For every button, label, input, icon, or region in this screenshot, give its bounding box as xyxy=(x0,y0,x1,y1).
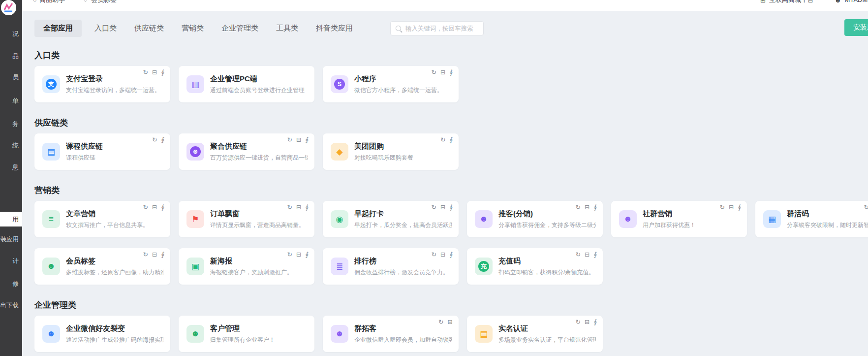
refresh-icon[interactable]: ↻ xyxy=(287,203,292,211)
print-icon[interactable]: ⊟ xyxy=(152,251,157,258)
app-card[interactable]: ☻企业微信好友裂变通过活动推广生成带推广码的海报实现... xyxy=(34,316,170,352)
app-card[interactable]: ↻⊟∮⚑订单飘窗详情页显示飘窗，营造商品高销量。 xyxy=(179,201,314,237)
refresh-icon[interactable]: ↻ xyxy=(438,318,443,325)
sidebar-item-3[interactable]: 单 xyxy=(12,97,19,105)
app-card[interactable]: ↻⊟∮☻会员标签多维度标签，还原客户画像，助力精准... xyxy=(34,248,170,285)
sidebar-item-1[interactable]: 品 xyxy=(12,52,19,61)
refresh-icon[interactable]: ↻ xyxy=(143,203,148,211)
refresh-icon[interactable]: ↻ xyxy=(576,318,581,325)
user-menu[interactable]: ☻ MTADMIN(系统 xyxy=(835,0,868,4)
link-icon[interactable]: ∮ xyxy=(161,136,164,143)
filter-tab-2[interactable]: 供应链类 xyxy=(134,24,164,33)
app-card[interactable]: ↻⊟∮☻社群营销用户加群获得优惠！ xyxy=(611,201,747,237)
sidebar-item-11[interactable]: 出下载 xyxy=(0,301,19,310)
app-card[interactable]: ↻⊟∮充充值码扫码立即锁客，获得积分/余额充值。 xyxy=(467,248,603,285)
link-icon[interactable]: ∮ xyxy=(305,203,309,211)
link-icon[interactable]: ∮ xyxy=(161,251,164,258)
install-app-button[interactable]: 安装应用 xyxy=(844,19,868,36)
app-card[interactable]: ↻∮◆美团团购对接吃喝玩乐团购套餐 xyxy=(323,133,459,170)
card-text: 小程序微信官方小程序，多端统一运营。 xyxy=(354,74,452,95)
filter-tab-0[interactable]: 全部应用 xyxy=(34,20,82,37)
filter-tab-5[interactable]: 工具类 xyxy=(276,24,298,33)
app-card[interactable]: ↻⊟∮◉早起打卡早起打卡，瓜分奖金，提高会员活跃度。 xyxy=(323,201,459,237)
refresh-icon[interactable]: ↻ xyxy=(576,251,581,258)
app-card[interactable]: ↻⊟∮支支付宝登录支付宝端登录访问，多端统一运营。 xyxy=(34,66,170,102)
print-icon[interactable]: ⊟ xyxy=(296,136,301,143)
link-icon[interactable]: ∮ xyxy=(593,203,597,211)
print-icon[interactable]: ⊟ xyxy=(729,203,734,211)
print-icon[interactable]: ⊟ xyxy=(152,203,157,211)
link-icon[interactable]: ∮ xyxy=(449,251,453,258)
app-card[interactable]: ↻∮▤课程供应链课程供应链 xyxy=(34,133,170,170)
link-icon[interactable]: ∮ xyxy=(593,251,597,258)
refresh-icon[interactable]: ↻ xyxy=(143,251,148,258)
filter-tab-3[interactable]: 营销类 xyxy=(182,24,204,33)
window-tab-0[interactable]: ○商品助手 xyxy=(33,0,65,4)
app-card[interactable]: ↻⊟∮⊛聚合供应链百万货源供应一键进货，自营商品一键... xyxy=(179,133,314,170)
print-icon[interactable]: ⊟ xyxy=(152,68,157,76)
app-card[interactable]: ↻⊟∮▦群活码分享锁客突破限制，随时更新智能切 xyxy=(755,201,868,237)
print-icon[interactable]: ⊟ xyxy=(296,203,301,211)
link-icon[interactable]: ∮ xyxy=(161,203,164,211)
icon-glyph: ☻ xyxy=(47,261,56,271)
link-icon[interactable]: ∮ xyxy=(449,68,453,76)
app-section: 供应链类↻∮▤课程供应链课程供应链↻⊟∮⊛聚合供应链百万货源供应一键进货，自营商… xyxy=(34,117,868,170)
sidebar-item-0[interactable]: 况 xyxy=(12,30,19,38)
link-icon[interactable]: ∮ xyxy=(305,136,309,143)
print-icon[interactable]: ⊟ xyxy=(585,251,589,258)
app-card[interactable]: ☻客户管理归集管理所有企业客户！ xyxy=(179,316,314,352)
sidebar-item-2[interactable]: 员 xyxy=(12,73,19,82)
filter-tab-1[interactable]: 入口类 xyxy=(94,24,117,33)
refresh-icon[interactable]: ↻ xyxy=(287,251,292,258)
platform-switcher[interactable]: ⊞ 互联网商城平台 xyxy=(760,0,814,4)
card-grid: ☻企业微信好友裂变通过活动推广生成带推广码的海报实现...☻客户管理归集管理所有… xyxy=(34,316,868,352)
app-card[interactable]: ↻⊟∮☻推客(分销)分享销售获得佣金，支持多等级二级分... xyxy=(467,201,603,237)
print-icon[interactable]: ⊟ xyxy=(585,203,589,211)
sidebar-item-6[interactable]: 息 xyxy=(12,163,19,172)
grid-icon: ⊞ xyxy=(760,0,766,4)
refresh-icon[interactable]: ↻ xyxy=(440,136,445,143)
app-card[interactable]: ↻⊟∮▣新海报海报链接客户，奖励刺激推广。 xyxy=(179,248,314,285)
refresh-icon[interactable]: ↻ xyxy=(152,136,157,143)
app-card[interactable]: ↻⊟∮≡文章营销软文撰写推广，平台信息共享。 xyxy=(34,201,170,237)
link-icon[interactable]: ∮ xyxy=(161,68,164,76)
refresh-icon[interactable]: ↻ xyxy=(432,68,436,76)
link-icon[interactable]: ∮ xyxy=(738,203,741,211)
app-card[interactable]: ↻⊟∮S小程序微信官方小程序，多端统一运营。 xyxy=(323,66,459,102)
app-card[interactable]: ↻⊟☻群拓客企业微信群入群即会员，加群自动锁客。 xyxy=(323,316,459,352)
filter-tab-6[interactable]: 抖音类应用 xyxy=(316,24,353,33)
sidebar-item-5[interactable]: 统 xyxy=(12,141,19,150)
print-icon[interactable]: ⊟ xyxy=(585,318,589,325)
sidebar-item-selected[interactable]: 用 xyxy=(0,212,22,227)
refresh-icon[interactable]: ↻ xyxy=(143,68,148,76)
print-icon[interactable]: ⊟ xyxy=(440,68,445,76)
refresh-icon[interactable]: ↻ xyxy=(432,203,436,211)
app-card[interactable]: ↻⊟∮≣排行榜佣金收益排行榜，激发会员竞争力。 xyxy=(323,248,459,285)
window-tab-1[interactable]: ♢会员标签 xyxy=(83,0,117,4)
refresh-icon[interactable]: ↻ xyxy=(720,203,725,211)
sidebar-item-4[interactable]: 务 xyxy=(12,120,19,129)
link-icon[interactable]: ∮ xyxy=(593,318,597,325)
app-card[interactable]: ▥企业管理PC端通过前端会员账号登录进行企业管理 xyxy=(179,66,314,102)
link-icon[interactable]: ∮ xyxy=(449,203,453,211)
app-card[interactable]: ↻⊟∮▤实名认证多场景业务实名认证，平台规范化管理。 xyxy=(467,316,603,352)
card-text: 企业微信好友裂变通过活动推广生成带推广码的海报实现... xyxy=(66,324,163,344)
search-input[interactable] xyxy=(404,25,478,32)
print-icon[interactable]: ⊟ xyxy=(448,318,453,325)
sidebar-item-10[interactable]: 修 xyxy=(13,280,19,288)
print-icon[interactable]: ⊟ xyxy=(440,251,445,258)
search-icon xyxy=(396,26,401,31)
link-icon[interactable]: ∮ xyxy=(305,251,309,258)
filter-tab-4[interactable]: 企业管理类 xyxy=(221,24,258,33)
print-icon[interactable]: ⊟ xyxy=(440,203,445,211)
refresh-icon[interactable]: ↻ xyxy=(576,203,581,211)
sidebar-item-8[interactable]: 装应用 xyxy=(0,235,19,244)
sidebar-item-9[interactable]: 计 xyxy=(13,257,19,265)
refresh-icon[interactable]: ↻ xyxy=(864,203,868,211)
app-logo[interactable] xyxy=(1,0,16,15)
refresh-icon[interactable]: ↻ xyxy=(432,251,436,258)
link-icon[interactable]: ∮ xyxy=(449,136,453,143)
search-box[interactable] xyxy=(390,21,484,35)
refresh-icon[interactable]: ↻ xyxy=(287,136,292,143)
print-icon[interactable]: ⊟ xyxy=(296,251,301,258)
